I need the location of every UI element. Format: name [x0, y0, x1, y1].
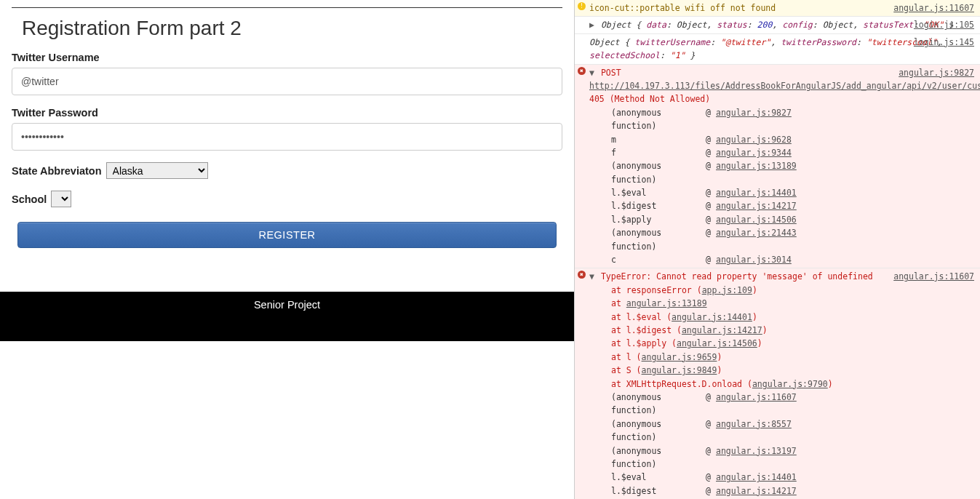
twitter-password-input[interactable]	[12, 123, 562, 151]
twitter-username-label: Twitter Username	[12, 52, 562, 63]
school-label: School	[12, 193, 47, 205]
source-link[interactable]: angular.js:3014	[716, 253, 792, 266]
stack-frame: l.$eval@ angular.js:14401	[589, 471, 974, 484]
source-link[interactable]: angular.js:8557	[716, 418, 792, 444]
stack-frame: f@ angular.js:9344	[589, 146, 974, 159]
devtools-console: ! icon-cut::portable wifi off not found …	[575, 0, 980, 499]
source-link[interactable]: angular.js:13189	[716, 159, 797, 186]
error-icon: ✖	[578, 67, 586, 75]
console-log-object: login.js:145 Object { twitterUsername: "…	[575, 34, 980, 65]
footer: Senior Project	[0, 292, 574, 341]
school-select[interactable]: 1	[51, 191, 71, 207]
stack-frame: l.$digest@ angular.js:14217	[589, 484, 974, 498]
source-link[interactable]: login.js:145	[914, 36, 974, 49]
source-link[interactable]: angular.js:11607	[893, 1, 974, 15]
form-pane: Registration Form part 2 Twitter Usernam…	[0, 0, 575, 499]
console-warning: ! icon-cut::portable wifi off not found …	[575, 0, 980, 17]
footer-text: Senior Project	[254, 299, 320, 311]
source-link[interactable]: angular.js:14217	[716, 484, 797, 498]
stack-frame: m@ angular.js:9628	[589, 133, 974, 146]
stack-frame: (anonymous function)@ angular.js:9827	[589, 106, 974, 133]
stack-frame: (anonymous function)@ angular.js:21443	[589, 226, 974, 253]
source-link[interactable]: angular.js:13189	[626, 298, 707, 308]
state-label: State Abbreviaton	[12, 165, 102, 177]
stack-frame: (anonymous function)@ angular.js:11607	[589, 391, 974, 418]
source-link[interactable]: angular.js:9344	[716, 146, 792, 159]
page-title: Registration Form part 2	[22, 17, 562, 40]
stack-frame: l.$eval@ angular.js:14401	[589, 186, 974, 199]
stack-frame: at l.$eval (angular.js:14401)	[589, 311, 974, 324]
source-link[interactable]: app.js:109	[702, 285, 752, 295]
source-link[interactable]: login.js:105	[914, 18, 974, 31]
expand-icon[interactable]: ▶	[589, 20, 594, 30]
stack-frame: c@ angular.js:3014	[589, 253, 974, 266]
source-link[interactable]: angular.js:14401	[716, 186, 797, 199]
console-error-network: ✖ angular.js:9827 ▼ POST http://104.197.…	[575, 65, 980, 269]
source-link[interactable]: angular.js:9790	[752, 379, 828, 389]
state-select[interactable]: Alaska	[106, 162, 208, 179]
collapse-icon[interactable]: ▼	[589, 68, 594, 78]
request-url[interactable]: http://104.197.3.113/files/AddressBookFo…	[589, 81, 980, 91]
stack-frame: (anonymous function)@ angular.js:13197	[589, 444, 974, 471]
stack-frame: (anonymous function)@ angular.js:13189	[589, 159, 974, 186]
console-error-exception: ✖ angular.js:11607 ▼ TypeError: Cannot r…	[575, 268, 980, 499]
warning-icon: !	[578, 2, 586, 10]
stack-frame: at l (angular.js:9659)	[589, 351, 974, 364]
stack-frame: at angular.js:13189	[589, 297, 974, 310]
collapse-icon[interactable]: ▼	[589, 271, 594, 282]
source-link[interactable]: angular.js:14506	[716, 213, 797, 226]
source-link[interactable]: angular.js:9628	[716, 133, 792, 146]
source-link[interactable]: angular.js:13197	[716, 444, 797, 471]
source-link[interactable]: angular.js:11607	[893, 270, 974, 283]
source-link[interactable]: angular.js:9849	[642, 365, 717, 375]
divider	[12, 7, 562, 8]
stack-frame: at S (angular.js:9849)	[589, 364, 974, 377]
twitter-username-input[interactable]	[12, 68, 562, 95]
source-link[interactable]: angular.js:14401	[672, 312, 752, 322]
register-button[interactable]: REGISTER	[17, 222, 557, 248]
stack-frame: at l.$digest (angular.js:14217)	[589, 324, 974, 337]
error-icon: ✖	[578, 271, 586, 279]
twitter-password-label: Twitter Password	[12, 107, 562, 119]
source-link[interactable]: angular.js:14217	[682, 325, 762, 335]
source-link[interactable]: angular.js:14506	[677, 338, 757, 348]
stack-frame: (anonymous function)@ angular.js:8557	[589, 418, 974, 444]
stack-frame: at XMLHttpRequest.D.onload (angular.js:9…	[589, 378, 974, 391]
stack-frame: at responseError (app.js:109)	[589, 284, 974, 297]
source-link[interactable]: angular.js:11607	[716, 391, 797, 418]
source-link[interactable]: angular.js:9827	[716, 106, 792, 133]
console-log-object: login.js:105 ▶ Object { data: Object, st…	[575, 17, 980, 33]
source-link[interactable]: angular.js:14401	[716, 471, 797, 484]
source-link[interactable]: angular.js:9659	[642, 352, 717, 362]
source-link[interactable]: angular.js:14217	[716, 199, 797, 212]
stack-frame: l.$digest@ angular.js:14217	[589, 199, 974, 212]
stack-frame: l.$apply@ angular.js:14506	[589, 213, 974, 226]
source-link[interactable]: angular.js:21443	[716, 226, 797, 253]
source-link[interactable]: angular.js:9827	[899, 66, 974, 79]
stack-frame: at l.$apply (angular.js:14506)	[589, 337, 974, 350]
